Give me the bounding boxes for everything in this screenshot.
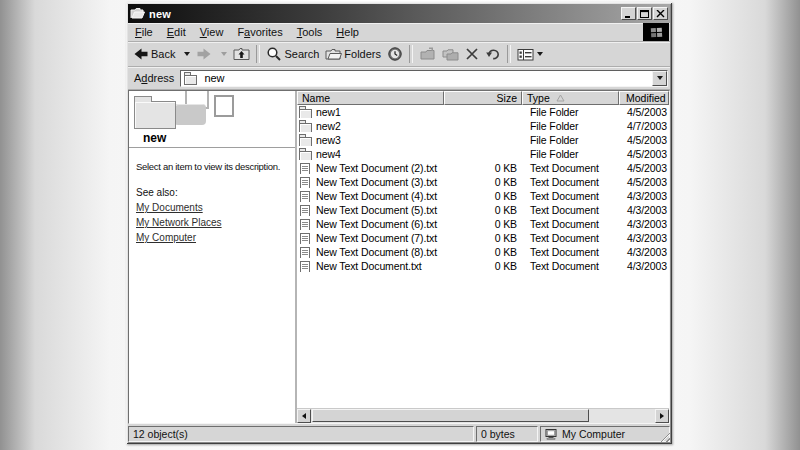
file-type: File Folder bbox=[522, 134, 619, 146]
file-name: New Text Document (8).txt bbox=[316, 246, 437, 258]
column-header-name[interactable]: Name bbox=[297, 91, 444, 105]
menu-file[interactable]: File bbox=[128, 24, 160, 41]
menu-favorites[interactable]: Favorites bbox=[230, 24, 289, 41]
close-icon bbox=[656, 10, 665, 18]
file-modified: 4/3/2003 bbox=[619, 204, 669, 216]
file-modified: 4/3/2003 bbox=[619, 218, 669, 230]
file-name: new2 bbox=[316, 120, 341, 132]
toolbar-separator bbox=[256, 45, 260, 63]
file-row[interactable]: New Text Document (6).txt 0 KB Text Docu… bbox=[297, 217, 669, 231]
link-my-network-places[interactable]: My Network Places bbox=[136, 217, 222, 228]
file-type: Text Document bbox=[522, 162, 619, 174]
titlebar: new bbox=[128, 4, 670, 23]
file-row[interactable]: New Text Document (2).txt 0 KB Text Docu… bbox=[297, 161, 669, 175]
link-my-computer[interactable]: My Computer bbox=[136, 232, 196, 243]
file-row[interactable]: New Text Document.txt 0 KB Text Document… bbox=[297, 259, 669, 273]
menu-view[interactable]: View bbox=[193, 24, 231, 41]
file-size: 0 KB bbox=[444, 204, 522, 216]
address-dropdown-button[interactable] bbox=[652, 71, 667, 86]
sidebar-folder-title: new bbox=[143, 131, 166, 145]
file-row[interactable]: New Text Document (5).txt 0 KB Text Docu… bbox=[297, 203, 669, 217]
copy-to-button[interactable] bbox=[439, 44, 462, 65]
column-header-modified[interactable]: Modified bbox=[619, 91, 669, 105]
scroll-left-button[interactable] bbox=[297, 409, 311, 423]
text-document-icon bbox=[299, 191, 312, 202]
divider bbox=[129, 147, 295, 148]
link-my-documents[interactable]: My Documents bbox=[136, 202, 203, 213]
toolbar-separator bbox=[409, 45, 413, 63]
folders-button[interactable]: Folders bbox=[322, 44, 384, 65]
scrollbar-track[interactable] bbox=[311, 409, 655, 423]
column-header-type[interactable]: Type bbox=[522, 91, 619, 105]
column-header-size[interactable]: Size bbox=[444, 91, 522, 105]
folder-icon bbox=[299, 121, 312, 132]
sidebar-description: Select an item to view its description. bbox=[136, 161, 280, 172]
triangle-right-icon bbox=[660, 413, 664, 419]
text-document-icon bbox=[299, 247, 312, 258]
search-button[interactable]: Search bbox=[263, 44, 322, 65]
scrollbar-thumb[interactable] bbox=[312, 409, 589, 422]
chevron-down-icon bbox=[184, 52, 190, 56]
chevron-down-icon bbox=[657, 76, 663, 80]
file-row[interactable]: new1 File Folder 4/5/2003 bbox=[297, 105, 669, 119]
toolbar-separator bbox=[507, 45, 511, 63]
file-modified: 4/5/2003 bbox=[619, 162, 669, 174]
file-row[interactable]: New Text Document (7).txt 0 KB Text Docu… bbox=[297, 231, 669, 245]
minimize-icon bbox=[624, 10, 633, 18]
menu-edit[interactable]: Edit bbox=[160, 24, 193, 41]
file-name: New Text Document (2).txt bbox=[316, 162, 437, 174]
forward-dropdown[interactable] bbox=[215, 44, 230, 65]
file-name: New Text Document.txt bbox=[316, 260, 422, 272]
address-input[interactable]: new bbox=[180, 70, 668, 87]
menu-help[interactable]: Help bbox=[329, 24, 366, 41]
delete-button[interactable] bbox=[462, 44, 482, 65]
back-dropdown[interactable] bbox=[178, 44, 193, 65]
file-row[interactable]: new3 File Folder 4/5/2003 bbox=[297, 133, 669, 147]
history-button[interactable] bbox=[384, 44, 406, 65]
file-size: 0 KB bbox=[444, 246, 522, 258]
file-size: 0 KB bbox=[444, 162, 522, 174]
file-row[interactable]: New Text Document (3).txt 0 KB Text Docu… bbox=[297, 175, 669, 189]
file-name: New Text Document (6).txt bbox=[316, 218, 437, 230]
file-type: Text Document bbox=[522, 246, 619, 258]
address-label: Address bbox=[130, 72, 180, 84]
views-button[interactable] bbox=[514, 44, 546, 65]
file-row[interactable]: New Text Document (4).txt 0 KB Text Docu… bbox=[297, 189, 669, 203]
address-value: new bbox=[204, 72, 652, 84]
file-name: new3 bbox=[316, 134, 341, 146]
menu-tools[interactable]: Tools bbox=[290, 24, 330, 41]
file-type: Text Document bbox=[522, 218, 619, 230]
move-to-button[interactable] bbox=[416, 44, 439, 65]
forward-button[interactable] bbox=[193, 44, 215, 65]
maximize-button[interactable] bbox=[637, 7, 652, 20]
open-folder-icon bbox=[130, 7, 145, 20]
undo-button[interactable] bbox=[482, 44, 504, 65]
my-computer-icon bbox=[545, 429, 558, 440]
file-size: 0 KB bbox=[444, 176, 522, 188]
file-modified: 4/5/2003 bbox=[619, 148, 669, 160]
large-folder-icon bbox=[134, 101, 176, 129]
folder-icon bbox=[299, 149, 312, 160]
views-grid-icon bbox=[517, 47, 534, 62]
up-button[interactable] bbox=[230, 44, 253, 65]
file-size: 0 KB bbox=[444, 218, 522, 230]
triangle-left-icon bbox=[302, 413, 306, 419]
file-list-rows: new1 File Folder 4/5/2003 new2 File Fold… bbox=[297, 105, 669, 408]
address-bar: Address new bbox=[128, 67, 670, 90]
folders-icon bbox=[325, 46, 342, 62]
move-to-icon bbox=[419, 46, 436, 62]
file-name: New Text Document (4).txt bbox=[316, 190, 437, 202]
close-button[interactable] bbox=[653, 7, 668, 20]
copy-to-icon bbox=[442, 46, 459, 62]
windows-logo bbox=[643, 23, 669, 41]
text-document-icon bbox=[299, 233, 312, 244]
file-row[interactable]: New Text Document (8).txt 0 KB Text Docu… bbox=[297, 245, 669, 259]
delete-x-icon bbox=[465, 47, 479, 61]
file-row[interactable]: new2 File Folder 4/7/2003 bbox=[297, 119, 669, 133]
history-clock-icon bbox=[387, 46, 403, 62]
scroll-right-button[interactable] bbox=[655, 409, 669, 423]
file-row[interactable]: new4 File Folder 4/5/2003 bbox=[297, 147, 669, 161]
folder-icon bbox=[299, 107, 312, 118]
minimize-button[interactable] bbox=[621, 7, 636, 20]
back-button[interactable]: Back bbox=[130, 44, 178, 65]
